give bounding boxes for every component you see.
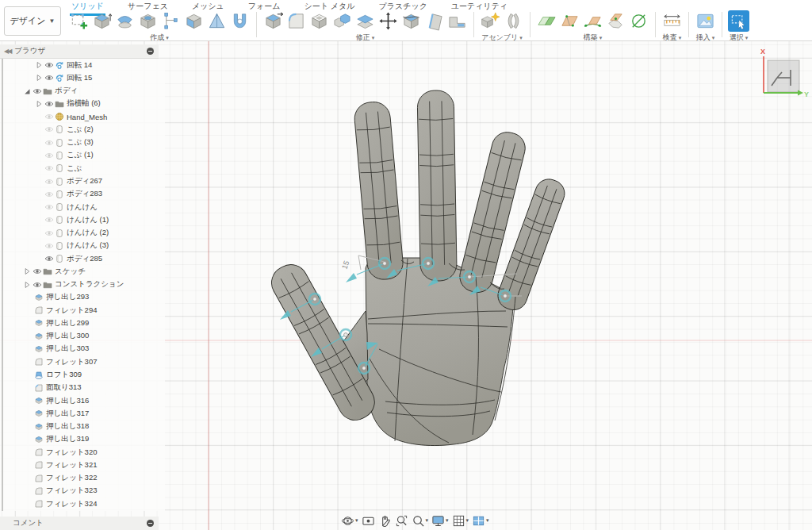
tool-group-label[interactable]: 修正 ▾: [356, 33, 374, 43]
tool-group-label[interactable]: 検査 ▾: [663, 33, 681, 43]
visibility-eye-icon[interactable]: [44, 215, 54, 225]
browser-item[interactable]: 指横軸 (6): [33, 98, 165, 110]
browser-item[interactable]: こぶ (3): [33, 136, 165, 149]
visibility-eye-icon[interactable]: [44, 151, 54, 160]
look-at-button[interactable]: [362, 514, 375, 528]
browser-item[interactable]: フィレット323: [33, 485, 165, 497]
expand-arrow-icon[interactable]: [33, 73, 44, 83]
comment-bar[interactable]: コメント: [0, 517, 159, 530]
tool-plane-angle-button[interactable]: [559, 10, 580, 32]
hand-model[interactable]: [266, 90, 569, 446]
pan-button[interactable]: [378, 514, 392, 528]
tool-press-pull-button[interactable]: [262, 10, 284, 32]
browser-item[interactable]: 回転 15: [33, 71, 165, 84]
sketch-point[interactable]: [427, 262, 431, 266]
tool-draft-button[interactable]: [423, 10, 445, 32]
index-finger[interactable]: [353, 101, 404, 281]
browser-item[interactable]: スケッチ: [21, 265, 165, 278]
browser-item[interactable]: 押し出し299: [33, 317, 165, 329]
sketch-point[interactable]: [383, 262, 387, 266]
browser-item[interactable]: ボディ285: [33, 252, 165, 265]
visibility-eye-icon[interactable]: [44, 60, 54, 70]
expand-arrow-icon[interactable]: [21, 267, 32, 276]
browser-item[interactable]: こぶ (2): [33, 123, 165, 136]
sketch-point[interactable]: [504, 294, 508, 298]
visibility-eye-icon[interactable]: [44, 112, 54, 121]
tool-extrude-button[interactable]: [91, 10, 113, 32]
browser-item[interactable]: 押し出し319: [33, 433, 165, 446]
sketch-point[interactable]: [362, 367, 366, 371]
collapse-panel-icon[interactable]: ◀◀: [4, 48, 10, 55]
panel-options-icon[interactable]: [147, 48, 154, 55]
visibility-eye-icon[interactable]: [32, 280, 42, 290]
expand-arrow-icon[interactable]: [21, 86, 32, 96]
browser-item[interactable]: 押し出し303: [33, 343, 165, 355]
chevron-down-icon[interactable]: ▾: [355, 517, 358, 524]
browser-scrollbar[interactable]: [2, 59, 3, 511]
visibility-eye-icon[interactable]: [44, 254, 54, 263]
zoom-button[interactable]: [395, 514, 408, 528]
expand-arrow-icon[interactable]: [21, 280, 32, 290]
tool-group-label[interactable]: 選択 ▾: [730, 33, 748, 43]
browser-item[interactable]: ボディ: [21, 85, 165, 98]
tool-group-label[interactable]: 挿入 ▾: [696, 33, 714, 43]
tool-select-button[interactable]: [728, 10, 749, 32]
tool-group-label[interactable]: 作成 ▾: [150, 33, 168, 43]
tool-group-label[interactable]: アセンブリ ▾: [481, 33, 523, 43]
display-settings-button[interactable]: ▾: [431, 514, 449, 528]
tool-fillet-button[interactable]: [285, 10, 307, 32]
tool-web-button[interactable]: [229, 10, 251, 32]
browser-item[interactable]: 押し出し293: [33, 291, 165, 304]
tool-new-component-button[interactable]: [480, 10, 501, 32]
visibility-eye-icon[interactable]: [44, 163, 54, 173]
tool-insert-image-button[interactable]: [695, 10, 716, 32]
browser-item[interactable]: こぶ (1): [33, 149, 165, 162]
middle-finger[interactable]: [417, 90, 457, 282]
tool-plane-point-button[interactable]: [605, 10, 626, 32]
visibility-eye-icon[interactable]: [32, 86, 42, 96]
browser-item[interactable]: けんけん (3): [33, 240, 165, 252]
browser-item[interactable]: ボディ267: [33, 175, 165, 187]
browser-item[interactable]: フィレット324: [33, 497, 165, 510]
sketch-point[interactable]: [468, 275, 472, 279]
browser-item[interactable]: フィレット321: [33, 459, 165, 471]
chevron-down-icon[interactable]: ▾: [466, 517, 469, 524]
browser-item[interactable]: 押し出し300: [33, 330, 165, 343]
sketch-point[interactable]: [344, 333, 348, 337]
viewports-button[interactable]: ▾: [472, 514, 489, 528]
tool-hole-button[interactable]: [137, 10, 159, 32]
browser-item[interactable]: けんけん (2): [33, 226, 165, 239]
orbit-button[interactable]: ▾: [341, 514, 358, 528]
tool-shell-button[interactable]: [308, 10, 330, 32]
tool-sketch-dots-button[interactable]: [160, 10, 182, 32]
visibility-eye-icon[interactable]: [32, 267, 42, 276]
comment-options-icon[interactable]: [147, 520, 154, 527]
tool-measure-button[interactable]: [661, 10, 683, 32]
browser-item[interactable]: フィレット294: [33, 304, 165, 317]
tool-plane-path-button[interactable]: [582, 10, 603, 32]
tool-sweep-button[interactable]: [183, 10, 205, 32]
visibility-eye-icon[interactable]: [44, 138, 54, 148]
tool-axis-button[interactable]: [628, 10, 649, 32]
annotation-arrowhead[interactable]: [346, 273, 357, 282]
tool-sketch-new-button[interactable]: [68, 10, 90, 32]
tool-align-button[interactable]: [446, 10, 468, 32]
browser-item[interactable]: こぶ: [33, 162, 165, 175]
design-menu-button[interactable]: デザイン▼: [4, 6, 61, 36]
chevron-down-icon[interactable]: ▾: [426, 517, 429, 524]
visibility-eye-icon[interactable]: [44, 202, 54, 212]
visibility-eye-icon[interactable]: [44, 125, 54, 134]
browser-item[interactable]: けんけん (1): [33, 213, 165, 226]
browser-item[interactable]: 面取り313: [33, 382, 165, 394]
tool-joint-button[interactable]: [503, 10, 524, 32]
browser-item[interactable]: コンストラクション: [21, 278, 165, 291]
tool-split-body-button[interactable]: [400, 10, 422, 32]
browser-item[interactable]: フィレット322: [33, 472, 165, 485]
sketch-point[interactable]: [313, 298, 317, 301]
browser-item[interactable]: 押し出し316: [33, 394, 165, 407]
grid-settings-button[interactable]: ▾: [452, 514, 469, 528]
tool-plane-offset-button[interactable]: [536, 10, 557, 32]
visibility-eye-icon[interactable]: [44, 73, 54, 83]
tool-offset-face-button[interactable]: [354, 10, 376, 32]
browser-item[interactable]: けんけん: [33, 201, 165, 213]
